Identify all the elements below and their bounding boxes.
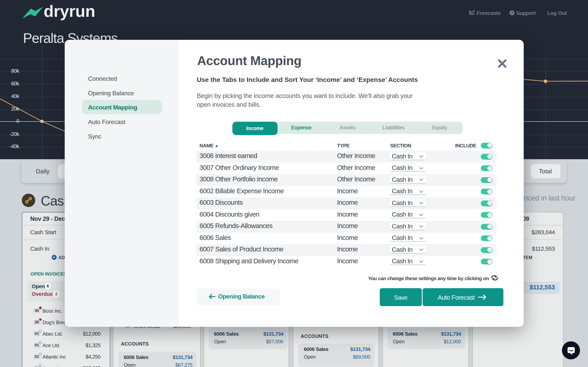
- svg-text:?: ?: [511, 11, 513, 15]
